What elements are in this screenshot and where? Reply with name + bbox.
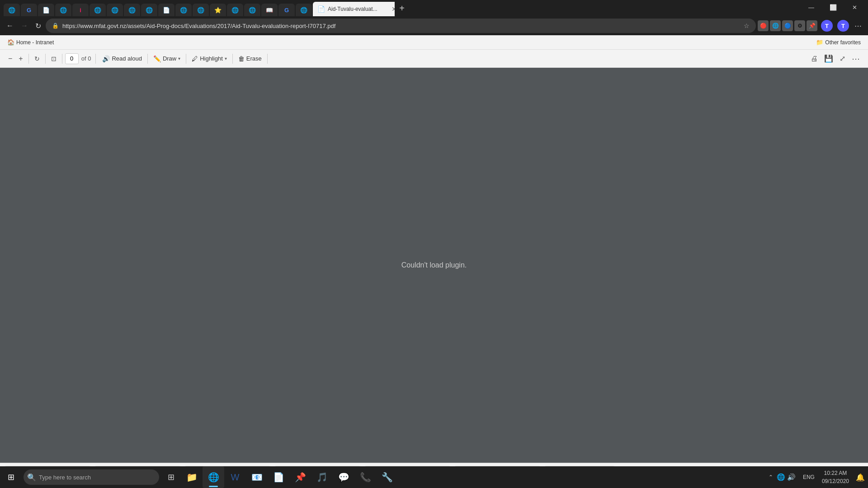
refresh-button[interactable]: ↻ (33, 20, 44, 32)
tab-inactive-2[interactable]: G (21, 4, 37, 16)
settings-button[interactable]: ⋯ (852, 20, 864, 32)
lock-icon: 🔒 (52, 23, 59, 29)
zoom-in-button[interactable]: + (16, 53, 25, 65)
tab-inactive-16[interactable]: 📖 (261, 4, 278, 16)
tab-inactive-4[interactable]: 🌐 (55, 4, 71, 16)
taskbar-item-edge[interactable]: 🌐 (203, 466, 224, 488)
erase-label: Erase (246, 55, 262, 62)
other-favorites[interactable]: 📁 Other favorites (812, 38, 864, 47)
draw-button[interactable]: ✏️ Draw ▾ (150, 53, 184, 64)
pdf-separator-1 (28, 54, 29, 64)
back-button[interactable]: ← (4, 20, 16, 32)
taskbar-item-outlook[interactable]: 📧 (246, 466, 268, 488)
clock[interactable]: 10:22 AM 09/12/2020 (818, 469, 853, 485)
favorites-item-home[interactable]: 🏠 Home - Intranet (4, 38, 57, 47)
address-input-container[interactable]: 🔒 https://www.mfat.govt.nz/assets/Aid-Pr… (46, 19, 756, 33)
active-tab-close[interactable]: ✕ (390, 5, 395, 14)
pdf-separator-4 (95, 54, 96, 64)
minimize-button[interactable]: — (801, 0, 821, 16)
bookmark-button[interactable]: ☆ (744, 22, 750, 29)
tab-inactive-13[interactable]: ⭐ (210, 4, 226, 16)
erase-button[interactable]: 🗑 Erase (235, 53, 265, 64)
sound-icon[interactable]: 🔊 (787, 473, 796, 481)
pdf-separator-2 (45, 54, 46, 64)
immersive-reader-button[interactable]: ⤢ (837, 52, 848, 65)
acrobat-icon: 📄 (273, 472, 284, 483)
notification-button[interactable]: 🔔 (853, 466, 868, 488)
home-fav-label: Home - Intranet (16, 39, 54, 46)
active-tab-title: Aid-Tuvalu-evaluat... (328, 6, 387, 12)
forward-button[interactable]: → (18, 20, 31, 32)
fit-button[interactable]: ⊡ (48, 53, 59, 64)
language-indicator[interactable]: ENG (799, 474, 818, 480)
tab-inactive-8[interactable]: 🌐 (124, 4, 140, 16)
pdf-content-area: Couldn't load plugin. (0, 68, 868, 463)
close-button[interactable]: ✕ (845, 0, 864, 16)
tab-inactive-1[interactable]: 🌐 (4, 4, 20, 16)
search-placeholder-text: Type here to search (39, 474, 91, 481)
profile-button[interactable]: T (821, 20, 833, 32)
pdf-separator-7 (232, 54, 233, 64)
ext-2[interactable]: 🌐 (770, 20, 781, 31)
page-number-input[interactable] (65, 53, 79, 64)
tab-inactive-12[interactable]: 🌐 (193, 4, 209, 16)
read-aloud-button[interactable]: 🔊 Read aloud (99, 53, 146, 64)
tab-inactive-15[interactable]: 🌐 (244, 4, 260, 16)
task-view-button[interactable]: ⊞ (161, 466, 181, 488)
pdf-separator-6 (186, 54, 186, 64)
taskbar-item-word[interactable]: W (224, 466, 246, 488)
taskbar-item-app1[interactable]: 📌 (289, 466, 311, 488)
hidden-icons-button[interactable]: ⌃ (767, 474, 775, 480)
address-url: https://www.mfat.govt.nz/assets/Aid-Prog… (62, 23, 740, 29)
taskbar-item-app3[interactable]: 📞 (354, 466, 376, 488)
save-button[interactable]: 💾 (821, 52, 836, 65)
read-aloud-label: Read aloud (112, 55, 142, 62)
new-tab-button[interactable]: + (396, 0, 408, 16)
tab-inactive-7[interactable]: 🌐 (107, 4, 123, 16)
ext-1[interactable]: 🔴 (758, 20, 769, 31)
draw-label: Draw (163, 55, 176, 62)
ext-5[interactable]: 📌 (807, 20, 817, 31)
tab-active[interactable]: 📄 Aid-Tuvalu-evaluat... ✕ (313, 2, 395, 16)
tab-inactive-14[interactable]: 🌐 (227, 4, 243, 16)
tab-inactive-6[interactable]: 🌐 (90, 4, 106, 16)
teams-icon: 💬 (338, 472, 349, 483)
ext-3[interactable]: 🔵 (782, 20, 793, 31)
tab-inactive-3[interactable]: 📄 (38, 4, 54, 16)
tab-inactive-10[interactable]: 📄 (158, 4, 175, 16)
word-icon: W (231, 472, 240, 483)
pdf-error-message: Couldn't load plugin. (401, 261, 467, 269)
taskbar-item-acrobat[interactable]: 📄 (268, 466, 289, 488)
page-count: of 0 (80, 55, 93, 62)
more-tools-button[interactable]: ⋯ (849, 52, 863, 66)
highlight-label: Highlight (200, 55, 223, 62)
zoom-out-button[interactable]: − (5, 53, 15, 65)
tab-inactive-9[interactable]: 🌐 (141, 4, 157, 16)
tab-inactive-18[interactable]: 🌐 (296, 4, 312, 16)
taskbar-item-teams[interactable]: 💬 (333, 466, 354, 488)
tab-inactive-5[interactable]: i (72, 4, 89, 16)
start-button[interactable]: ⊞ (0, 466, 22, 488)
pdf-separator-8 (267, 54, 268, 64)
tab-bar: 🌐 G 📄 🌐 i 🌐 🌐 🌐 🌐 (0, 0, 868, 16)
taskbar-item-explorer[interactable]: 📁 (181, 466, 203, 488)
taskbar-search[interactable]: 🔍 Type here to search (24, 469, 159, 485)
tab-inactive-11[interactable]: 🌐 (175, 4, 192, 16)
highlight-button[interactable]: 🖊 Highlight ▾ (188, 53, 231, 64)
print-button[interactable]: 🖨 (808, 53, 821, 65)
ext-4[interactable]: ⚙ (794, 20, 805, 31)
taskbar-items-area: 📁 🌐 W 📧 📄 📌 🎵 💬 📞 🔧 (181, 466, 398, 488)
tab-inactive-17[interactable]: G (278, 4, 295, 16)
maximize-button[interactable]: ⬜ (822, 0, 844, 16)
network-icon[interactable]: 🌐 (777, 473, 785, 481)
pdf-separator-3 (62, 54, 62, 64)
profile-circle: T (821, 20, 833, 32)
other-favs-label: Other favorites (825, 39, 861, 46)
taskbar-item-app4[interactable]: 🔧 (376, 466, 398, 488)
search-icon: 🔍 (27, 473, 36, 482)
taskbar-item-app2[interactable]: 🎵 (311, 466, 333, 488)
favorites-bar: 🏠 Home - Intranet 📁 Other favorites (0, 35, 868, 50)
profile-button-2[interactable]: T (837, 20, 849, 32)
rotate-button[interactable]: ↻ (32, 53, 42, 64)
draw-dropdown-icon: ▾ (178, 56, 180, 61)
